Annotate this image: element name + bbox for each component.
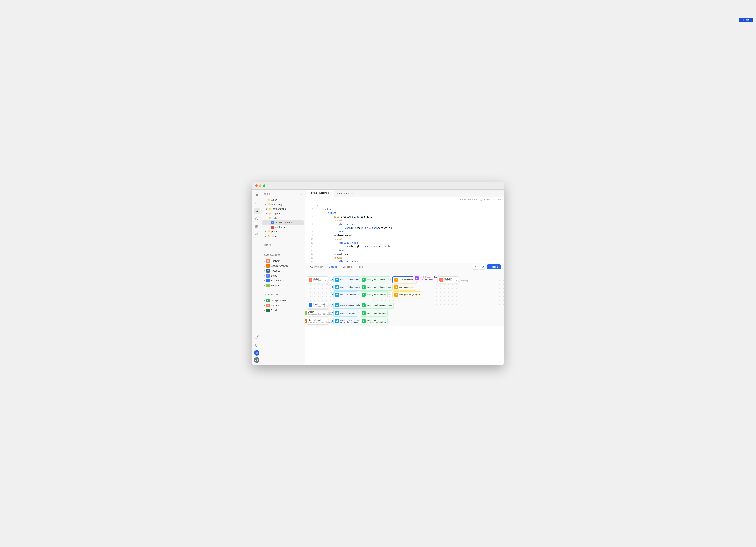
- lineage-node-stg-fb[interactable]: ▣ staging.facebook.campaigns: [360, 302, 394, 309]
- nav-icon-grid[interactable]: [254, 223, 260, 230]
- folder-icon: 📁: [267, 203, 271, 206]
- lineage-node-stg-deals[interactable]: ▣ staging.hubspot.deals: [360, 291, 388, 298]
- lineage-node-stg-ga[interactable]: ▣ staging.ga. ad_words_campaigns: [360, 318, 388, 325]
- sidebar-item-sales[interactable]: ▶ 📁 sales: [262, 198, 304, 202]
- sidebar-datasource-stripe[interactable]: ▶ S Stripe: [262, 273, 304, 278]
- tab-label: customers: [339, 192, 350, 194]
- svg-rect-7: [257, 227, 258, 228]
- code-editor[interactable]: 1with 2 leads as ( 3 select 4 date(creat…: [305, 202, 504, 263]
- caret-icon: ▶: [264, 304, 266, 306]
- lineage-node-raw-shopify[interactable]: ⬤ raw.shopify.orders: [333, 310, 358, 317]
- avatar-jd[interactable]: JD: [254, 357, 259, 363]
- caret-icon: ▶: [264, 270, 266, 272]
- sidebar-item-explorations[interactable]: ▶ 📁 explorations: [262, 207, 304, 211]
- node-title: core.growth.leads: [399, 279, 415, 281]
- folder-icon: 📁: [267, 198, 271, 202]
- lineage-node-mart[interactable]: ▣ analytics.marketing. cost_per_leads: [413, 275, 439, 282]
- nav-icon-settings[interactable]: [254, 231, 260, 238]
- raw-logo: ⬤: [335, 319, 339, 323]
- sidebar-item-customers[interactable]: ▶ ! customers: [262, 225, 304, 229]
- nav-icon-refresh[interactable]: [254, 216, 260, 222]
- data-sources-add-button[interactable]: +: [300, 254, 302, 257]
- lineage-node-stg-companies[interactable]: ▣ staging.hubspot.companies: [360, 284, 393, 291]
- nav-icon-code[interactable]: [254, 208, 260, 214]
- lineage-node-raw-deals[interactable]: ⬤ raw.hubspot.deals: [333, 291, 358, 298]
- code-line-11: 11 distinct case: [305, 241, 504, 245]
- tab-close-button[interactable]: ×: [351, 192, 353, 194]
- lineage-canvas[interactable]: H HubSpot Sync active (Every 15 minutes)…: [305, 271, 504, 326]
- code-line-15: 15 , count(: [305, 256, 504, 260]
- node-title: HubSpot: [444, 278, 468, 280]
- lineage-node-core-ad-insights[interactable]: ▣ core.growth.ad_insights: [392, 291, 422, 298]
- stg-logo: ▣: [362, 278, 366, 282]
- main-area: ≡ active_customers × ≡ customers × + For…: [305, 190, 504, 365]
- message-icon[interactable]: [254, 342, 260, 349]
- minimize-button[interactable]: [259, 184, 261, 187]
- lineage-node-shopify-src[interactable]: S Shopify Sync active (Every 15 minutes): [307, 309, 328, 316]
- tab-customers[interactable]: ≡ customers ×: [334, 190, 355, 197]
- lineage-node-raw-companies[interactable]: ⬤ raw.hubspot.companies: [333, 284, 363, 291]
- files-section-header: FILES +: [261, 192, 305, 197]
- caret-icon: ▶: [265, 199, 267, 201]
- sidebar-retl-gsheets[interactable]: ▶ G Google Sheets: [262, 298, 304, 303]
- sidebar-item-reports[interactable]: ▶ 📁 reports: [262, 211, 304, 216]
- lineage-node-raw-stripe[interactable]: ⬤ raw.stripe.payments: [333, 326, 359, 326]
- nav-icon-clock[interactable]: [254, 200, 260, 206]
- notification-icon[interactable]: 1: [254, 334, 260, 341]
- lineage-node-hubspot-src[interactable]: H HubSpot Sync active (Every 15 minutes): [307, 276, 328, 283]
- caret-icon: ▶: [266, 208, 269, 210]
- close-button[interactable]: [255, 184, 258, 187]
- tab-schedule[interactable]: Schedule: [340, 265, 355, 269]
- sidebar-datasource-postgres[interactable]: ▶ P Postgres: [262, 268, 304, 273]
- tab-active-customers[interactable]: ≡ active_customers ×: [306, 190, 334, 197]
- lineage-node-hubspot-dest[interactable]: H HubSpot Sync active (Every 5 minutes): [438, 276, 459, 283]
- lineage-node-raw-ga[interactable]: ⬤ raw.google_analytics. ad_words_campaig…: [333, 318, 361, 325]
- lineage-node-raw-contacts[interactable]: ⬤ raw.hubspot.contacts: [333, 276, 360, 283]
- lineage-node-fb-src[interactable]: f Facebook Ads Sync active (Every 5 minu…: [307, 302, 328, 308]
- code-line-2: 2 leads as (: [305, 207, 504, 211]
- tab-close-button[interactable]: ×: [331, 192, 332, 194]
- sidebar-datasource-facebook[interactable]: ▶ f Facebook: [262, 278, 304, 283]
- sidebar-datasource-shopify[interactable]: ▶ S Shopify: [262, 283, 304, 288]
- lineage-node-stg-shopify[interactable]: ▣ staging.shopify.orders: [360, 310, 388, 317]
- sidebar-retl-hubspot[interactable]: ▶ H HubSpot: [262, 303, 304, 308]
- sidebar-item-product[interactable]: ▶ 📁 product: [262, 230, 304, 234]
- sidebar-item-ads[interactable]: ▼ 📁 ads: [262, 216, 304, 220]
- node-title: raw.shopify.orders: [340, 312, 356, 314]
- refresh-icon[interactable]: [480, 264, 485, 270]
- lineage-node-stg-stripe[interactable]: ▣ staging.stripe.payments: [360, 326, 389, 326]
- lineage-node-stg-contacts[interactable]: ▣ staging.hubspot.contacts: [360, 276, 390, 283]
- tab-add-button[interactable]: +: [355, 191, 362, 195]
- svg-rect-0: [256, 194, 257, 195]
- sidebar-item-active-customers[interactable]: ▶ ≡ active_customers: [262, 220, 304, 225]
- list-view-icon[interactable]: ≡: [473, 264, 478, 270]
- draft-add-button[interactable]: +: [300, 243, 302, 247]
- sidebar-item-marketing[interactable]: ▼ 📁 marketing: [262, 202, 304, 207]
- avatar-m[interactable]: M: [254, 350, 259, 356]
- ds-label: Google Analytics: [271, 265, 288, 267]
- sidebar-item-label: explorations: [273, 208, 302, 210]
- edited-label: Edited 3 days ago: [480, 198, 501, 201]
- sidebar-retl-excel[interactable]: ▶ X Excel: [262, 308, 304, 313]
- files-add-button[interactable]: +: [300, 193, 302, 196]
- lineage-node-ga-src[interactable]: G Google Analytics Sync active (Every 5 …: [307, 318, 328, 325]
- lineage-node-stripe-src[interactable]: S Stripe Sync active (Every 5 minutes): [307, 326, 328, 326]
- tab-query-result[interactable]: Query result: [308, 265, 325, 269]
- sidebar-datasource-hubspot[interactable]: ▶ H HubSpot: [262, 259, 304, 263]
- tab-tests[interactable]: Tests: [356, 265, 366, 269]
- nav-icon-home[interactable]: [254, 192, 260, 198]
- svg-point-8: [256, 234, 257, 235]
- node-title: staging.hubspot.contacts: [367, 279, 389, 281]
- draft-section-header: DRAFT +: [261, 243, 305, 248]
- stg-logo: ▣: [362, 311, 366, 315]
- sidebar-datasource-ga[interactable]: ▶ G Google Analytics: [262, 264, 304, 268]
- lineage-node-raw-fb[interactable]: ⬤ raw.facebook.campaigns: [333, 302, 364, 309]
- maximize-button[interactable]: [263, 184, 265, 187]
- sidebar-item-finance[interactable]: ▶ 📁 finance: [262, 234, 304, 238]
- tab-lineage[interactable]: Lineage: [326, 265, 339, 269]
- lineage-node-core-deals[interactable]: ▣ core.sales.deals: [392, 284, 415, 291]
- publish-button[interactable]: Publish: [487, 264, 501, 269]
- mart-logo: ▣: [415, 276, 419, 280]
- reverse-etl-add-button[interactable]: +: [300, 293, 302, 297]
- code-line-5: 5 , count(: [305, 219, 504, 222]
